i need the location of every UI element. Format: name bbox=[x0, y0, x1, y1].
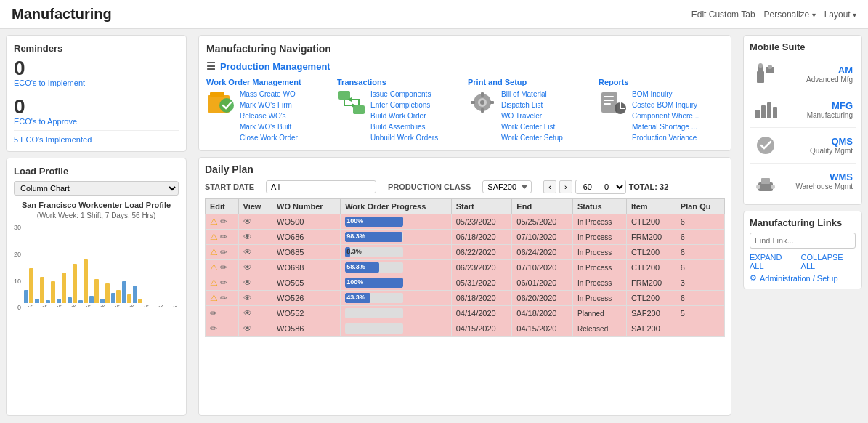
admin-setup-link[interactable]: ⚙ Administration / Setup bbox=[750, 273, 856, 283]
expand-all-link[interactable]: EXPAND ALL bbox=[750, 253, 795, 270]
view-cell: 👁 bbox=[238, 306, 272, 321]
mobile-item-wms[interactable]: WMS Warehouse Mgmt bbox=[750, 164, 856, 198]
issue-components-link[interactable]: Issue Components bbox=[370, 89, 438, 100]
edit-icon[interactable]: ✏ bbox=[210, 308, 217, 318]
svg-rect-24 bbox=[755, 110, 760, 118]
edit-icon[interactable]: ✏ bbox=[220, 262, 227, 273]
warn-icon: ⚠ bbox=[210, 262, 218, 273]
edit-icon[interactable]: ✏ bbox=[210, 323, 217, 334]
reports-title[interactable]: Reports bbox=[599, 78, 723, 86]
wo-number-cell: WO500 bbox=[272, 214, 341, 230]
mobile-code-am: AM bbox=[784, 65, 853, 76]
edit-icon[interactable]: ✏ bbox=[220, 247, 227, 257]
view-cell: 👁 bbox=[238, 275, 272, 291]
release-wos-link[interactable]: Release WO's bbox=[240, 111, 298, 121]
eco-implemented-link[interactable]: 5 ECO's Implemented bbox=[14, 135, 179, 144]
progress-label: 100% bbox=[346, 278, 363, 286]
view-icon[interactable]: 👁 bbox=[243, 308, 252, 318]
start-cell: 06/18/2020 bbox=[451, 291, 512, 306]
mobile-item-mfg[interactable]: MFG Manufacturing bbox=[750, 92, 856, 128]
daily-plan-card: Daily Plan START DATE PRODUCTION CLASS S… bbox=[198, 157, 731, 416]
mark-wos-firm-link[interactable]: Mark WO's Firm bbox=[240, 100, 298, 110]
eco-implement-count: 0 bbox=[14, 58, 179, 78]
work-order-content: Mass Create WO Mark WO's Firm Release WO… bbox=[206, 89, 331, 143]
chart-type-select[interactable]: Column Chart bbox=[14, 181, 179, 196]
material-shortage-link[interactable]: Material Shortage ... bbox=[632, 122, 699, 132]
start-cell: 06/22/2020 bbox=[451, 245, 512, 260]
print-setup-title[interactable]: Print and Setup bbox=[468, 78, 593, 86]
bill-of-material-link[interactable]: Bill of Material bbox=[501, 89, 563, 100]
eco-approve-link[interactable]: ECO's to Approve bbox=[14, 117, 179, 126]
view-icon[interactable]: 👁 bbox=[243, 217, 252, 227]
start-cell: 06/23/2020 bbox=[451, 260, 512, 275]
end-cell: 06/24/2020 bbox=[512, 245, 573, 260]
progress-bar-container: 98.3% bbox=[345, 232, 403, 242]
progress-cell: 43.3% bbox=[341, 291, 451, 306]
component-where-link[interactable]: Component Where... bbox=[632, 111, 699, 121]
progress-label: 98.3% bbox=[346, 233, 365, 240]
build-work-order-link[interactable]: Build Work Order bbox=[370, 111, 438, 121]
work-center-setup-link[interactable]: Work Center Setup bbox=[501, 133, 563, 143]
reminder-divider-2 bbox=[14, 130, 179, 131]
svg-rect-13 bbox=[490, 101, 494, 104]
mark-wos-built-link[interactable]: Mark WO's Built bbox=[240, 122, 298, 132]
start-cell: 05/23/2020 bbox=[451, 214, 512, 230]
production-management-link[interactable]: ☰ Production Management bbox=[206, 60, 723, 72]
prev-page-button[interactable]: ‹ bbox=[543, 180, 556, 193]
work-center-list-link[interactable]: Work Center List bbox=[501, 122, 563, 132]
page-range-select[interactable]: 60 — 0 bbox=[575, 180, 626, 194]
personalize-button[interactable]: Personalize ▾ bbox=[764, 9, 816, 20]
reminders-card: Reminders 0 ECO's to Implement 0 ECO's t… bbox=[6, 35, 187, 152]
view-icon[interactable]: 👁 bbox=[243, 278, 252, 288]
item-cell: FRM200 bbox=[627, 275, 676, 291]
unbuild-work-orders-link[interactable]: Unbuild Work Orders bbox=[370, 133, 438, 143]
prod-class-select[interactable]: SAF200 bbox=[482, 180, 532, 193]
dispatch-list-link[interactable]: Dispatch List bbox=[501, 100, 563, 110]
start-cell: 05/31/2020 bbox=[451, 275, 512, 291]
edit-icon[interactable]: ✏ bbox=[220, 293, 227, 303]
costed-bom-inquiry-link[interactable]: Costed BOM Inquiry bbox=[632, 100, 699, 110]
view-icon[interactable]: 👁 bbox=[243, 323, 252, 334]
daily-plan-title: Daily Plan bbox=[205, 164, 725, 175]
main-layout: Reminders 0 ECO's to Implement 0 ECO's t… bbox=[0, 29, 868, 422]
wo-traveler-link[interactable]: WO Traveler bbox=[501, 111, 563, 121]
view-icon[interactable]: 👁 bbox=[243, 262, 252, 273]
mobile-suite-card: Mobile Suite AM Advanced Mfg MFG Manufac… bbox=[743, 35, 862, 205]
print-setup-icon bbox=[468, 89, 497, 118]
mobile-item-am[interactable]: AM Advanced Mfg bbox=[750, 57, 856, 92]
next-page-button[interactable]: › bbox=[559, 180, 572, 193]
edit-icon[interactable]: ✏ bbox=[220, 232, 227, 242]
col-item: Item bbox=[627, 199, 676, 214]
svg-rect-3 bbox=[338, 91, 350, 100]
view-icon[interactable]: 👁 bbox=[243, 293, 252, 303]
view-icon[interactable]: 👁 bbox=[243, 247, 252, 257]
mobile-item-qms[interactable]: QMS Quality Mgmt bbox=[750, 128, 856, 164]
work-order-management-title[interactable]: Work Order Management bbox=[206, 78, 331, 86]
plan-qty-cell: 5 bbox=[676, 306, 724, 321]
production-variance-link[interactable]: Production Variance bbox=[632, 133, 699, 143]
header-actions: Edit Custom Tab Personalize ▾ Layout ▾ bbox=[691, 9, 856, 20]
eco-implement-link[interactable]: ECO's to Implement bbox=[14, 78, 179, 87]
item-cell: CTL200 bbox=[627, 260, 676, 275]
edit-icon[interactable]: ✏ bbox=[220, 217, 227, 227]
bom-inquiry-link[interactable]: BOM Inquiry bbox=[632, 89, 699, 100]
close-work-order-link[interactable]: Close Work Order bbox=[240, 133, 298, 143]
edit-icon[interactable]: ✏ bbox=[220, 278, 227, 288]
svg-point-32 bbox=[771, 185, 775, 189]
collapse-all-link[interactable]: COLLAPSE ALL bbox=[801, 253, 856, 270]
enter-completions-link[interactable]: Enter Completions bbox=[370, 100, 438, 110]
plan-qty-cell: 6 bbox=[676, 214, 724, 230]
progress-cell: 58.3% bbox=[341, 260, 451, 275]
view-icon[interactable]: 👁 bbox=[243, 232, 252, 242]
build-assemblies-link[interactable]: Build Assemblies bbox=[370, 122, 438, 132]
edit-cell: ⚠ ✏ bbox=[206, 230, 239, 245]
start-date-input[interactable] bbox=[266, 180, 376, 193]
transactions-icon bbox=[337, 89, 366, 118]
start-cell: 04/15/2020 bbox=[451, 321, 512, 337]
svg-rect-25 bbox=[761, 105, 766, 118]
edit-custom-tab-button[interactable]: Edit Custom Tab bbox=[691, 9, 755, 20]
layout-button[interactable]: Layout ▾ bbox=[824, 9, 856, 20]
find-link-input[interactable] bbox=[750, 233, 856, 249]
mass-create-wo-link[interactable]: Mass Create WO bbox=[240, 89, 298, 100]
transactions-title[interactable]: Transactions bbox=[337, 78, 462, 86]
